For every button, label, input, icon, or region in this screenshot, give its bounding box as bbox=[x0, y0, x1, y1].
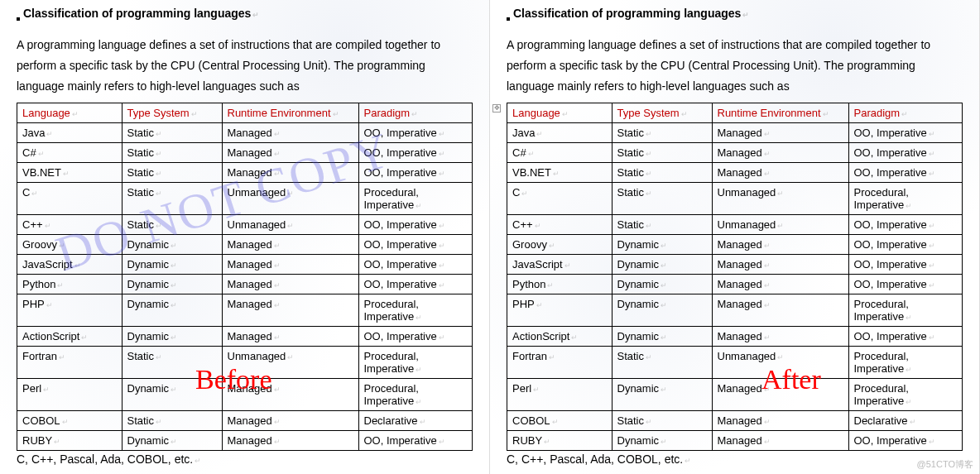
table-cell: JavaScript bbox=[507, 254, 612, 274]
table-row: VB.NETStaticManagedOO, Imperative bbox=[507, 162, 963, 182]
table-cell: C# bbox=[507, 142, 612, 162]
th-type-system: Type System bbox=[122, 103, 222, 122]
table-cell: Dynamic bbox=[612, 430, 712, 450]
table-cell: Procedural, Imperative bbox=[358, 294, 473, 326]
footer-line: C, C++, Pascal, Ada, COBOL, etc. bbox=[17, 452, 473, 466]
table-cell: Static bbox=[612, 214, 712, 234]
th-language: Language bbox=[17, 103, 122, 122]
table-cell: Groovy bbox=[17, 234, 122, 254]
table-cell: Static bbox=[612, 142, 712, 162]
table-move-handle-icon[interactable]: ✥ bbox=[492, 104, 501, 113]
table-cell: Fortran bbox=[17, 346, 122, 378]
footer-line: C, C++, Pascal, Ada, COBOL, etc. bbox=[507, 452, 963, 466]
table-cell: Managed bbox=[222, 430, 358, 450]
table-row: JavaStaticManagedOO, Imperative bbox=[507, 122, 963, 142]
table-cell: Fortran bbox=[507, 346, 612, 378]
table-cell: Dynamic bbox=[122, 430, 222, 450]
table-cell: Managed bbox=[712, 142, 848, 162]
table-cell: Declarative bbox=[358, 410, 473, 430]
table-cell: Managed bbox=[712, 274, 848, 294]
table-cell: Procedural, Imperative bbox=[848, 182, 963, 214]
languages-table: Language Type System Runtime Environment… bbox=[17, 103, 473, 451]
page-content: Classification of programming languages … bbox=[17, 7, 473, 466]
table-cell: Python bbox=[17, 274, 122, 294]
table-cell: C bbox=[17, 182, 122, 214]
table-row: ActionScriptDynamicManagedOO, Imperative bbox=[507, 326, 963, 346]
table-row: FortranStaticUnmanagedProcedural, Impera… bbox=[507, 346, 963, 378]
table-cell: Managed bbox=[222, 378, 358, 410]
table-row: CStaticUnmanagedProcedural, Imperative bbox=[507, 182, 963, 214]
table-header-row: Language Type System Runtime Environment… bbox=[17, 103, 473, 122]
table-cell: Procedural, Imperative bbox=[848, 346, 963, 378]
table-cell: Static bbox=[612, 182, 712, 214]
table-cell: OO, Imperative bbox=[848, 122, 963, 142]
page-before: Classification of programming languages … bbox=[0, 0, 490, 474]
table-cell: Managed bbox=[712, 162, 848, 182]
table-cell: Procedural, Imperative bbox=[848, 378, 963, 410]
table-cell: Unmanaged bbox=[712, 214, 848, 234]
heading: Classification of programming languages bbox=[17, 7, 473, 20]
table-cell: OO, Imperative bbox=[848, 142, 963, 162]
table-cell: Dynamic bbox=[612, 254, 712, 274]
page-content: Classification of programming languages … bbox=[507, 7, 963, 466]
th-runtime: Runtime Environment bbox=[712, 103, 848, 122]
table-cell: Managed bbox=[222, 410, 358, 430]
table-cell: Managed bbox=[712, 254, 848, 274]
table-body-right: JavaStaticManagedOO, ImperativeC#StaticM… bbox=[507, 122, 963, 450]
table-cell: Managed bbox=[712, 294, 848, 326]
table-cell: OO, Imperative bbox=[848, 234, 963, 254]
table-body-left: JavaStaticManagedOO, ImperativeC#StaticM… bbox=[17, 122, 473, 450]
table-cell: OO, Imperative bbox=[848, 254, 963, 274]
table-cell: Unmanaged bbox=[222, 182, 358, 214]
table-cell: Dynamic bbox=[122, 274, 222, 294]
table-row: RUBYDynamicManagedOO, Imperative bbox=[507, 430, 963, 450]
table-cell: Procedural, Imperative bbox=[358, 378, 473, 410]
table-cell: OO, Imperative bbox=[848, 326, 963, 346]
table-cell: Static bbox=[122, 410, 222, 430]
table-cell: ActionScript bbox=[507, 326, 612, 346]
table-cell: OO, Imperative bbox=[358, 274, 473, 294]
table-cell: Static bbox=[612, 162, 712, 182]
table-row: PHPDynamicManagedProcedural, Imperative bbox=[507, 294, 963, 326]
table-cell: JavaScript bbox=[17, 254, 122, 274]
table-cell: Managed bbox=[222, 142, 358, 162]
table-cell: OO, Imperative bbox=[358, 122, 473, 142]
table-cell: COBOL bbox=[17, 410, 122, 430]
table-cell: Procedural, Imperative bbox=[358, 346, 473, 378]
table-row: PythonDynamicManagedOO, Imperative bbox=[507, 274, 963, 294]
table-cell: Static bbox=[612, 346, 712, 378]
table-cell: Procedural, Imperative bbox=[358, 182, 473, 214]
table-cell: Static bbox=[612, 410, 712, 430]
table-cell: OO, Imperative bbox=[848, 274, 963, 294]
table-cell: Static bbox=[612, 122, 712, 142]
languages-table: Language Type System Runtime Environment… bbox=[507, 103, 963, 451]
table-row: COBOLStaticManagedDeclarative bbox=[17, 410, 473, 430]
th-paradigm: Paradigm bbox=[358, 103, 473, 122]
table-cell: Dynamic bbox=[122, 378, 222, 410]
intro-paragraph: A programming language defines a set of … bbox=[507, 35, 963, 98]
table-cell: C bbox=[507, 182, 612, 214]
table-cell: Dynamic bbox=[122, 326, 222, 346]
table-cell: Dynamic bbox=[612, 274, 712, 294]
table-cell: RUBY bbox=[507, 430, 612, 450]
table-cell: OO, Imperative bbox=[848, 430, 963, 450]
table-row: PerlDynamicManagedProcedural, Imperative bbox=[17, 378, 473, 410]
table-cell: COBOL bbox=[507, 410, 612, 430]
table-row: GroovyDynamicManagedOO, Imperative bbox=[17, 234, 473, 254]
table-row: PerlDynamicManagedProcedural, Imperative bbox=[507, 378, 963, 410]
table-cell: OO, Imperative bbox=[848, 214, 963, 234]
table-cell: Java bbox=[507, 122, 612, 142]
page-after: ✥ Classification of programming language… bbox=[490, 0, 980, 474]
table-cell: Managed bbox=[222, 274, 358, 294]
table-cell: Unmanaged bbox=[222, 346, 358, 378]
table-row: GroovyDynamicManagedOO, Imperative bbox=[507, 234, 963, 254]
table-cell: Unmanaged bbox=[712, 346, 848, 378]
table-cell: Java bbox=[17, 122, 122, 142]
table-cell: Static bbox=[122, 214, 222, 234]
table-cell: Python bbox=[507, 274, 612, 294]
table-cell: OO, Imperative bbox=[358, 430, 473, 450]
table-cell: Managed bbox=[222, 294, 358, 326]
table-cell: Dynamic bbox=[122, 254, 222, 274]
table-cell: VB.NET bbox=[17, 162, 122, 182]
table-cell: OO, Imperative bbox=[358, 142, 473, 162]
